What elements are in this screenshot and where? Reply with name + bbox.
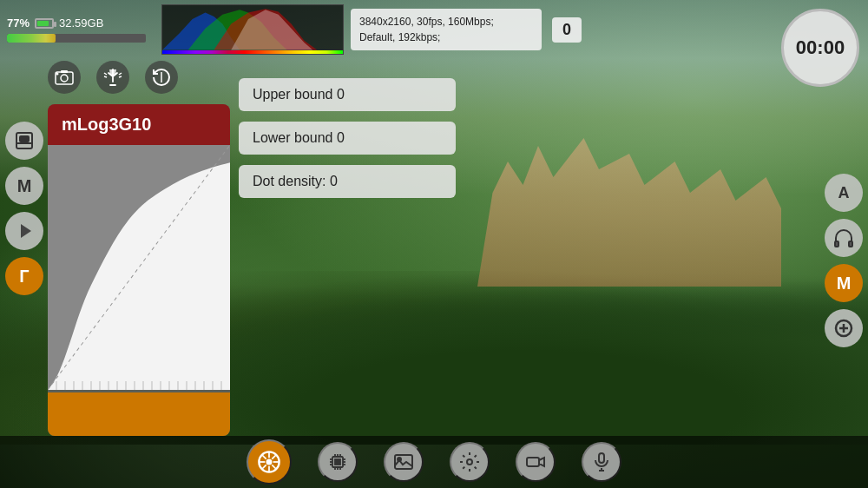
upper-bound-label: Upper bound 0 [253, 87, 345, 102]
rotate-svg [151, 67, 172, 88]
status-left: 77% 32.59GB [7, 16, 155, 43]
lower-bound-box[interactable]: Lower bound 0 [239, 122, 456, 155]
histogram-canvas [162, 5, 343, 50]
settings-icon [459, 452, 480, 472]
m-right-label: M [837, 274, 852, 293]
panel-header: mLog3G10 [48, 104, 230, 145]
svg-line-9 [104, 73, 107, 75]
battery-icon [35, 18, 54, 29]
svg-line-10 [119, 76, 122, 77]
svg-rect-40 [849, 241, 852, 247]
svg-point-5 [61, 75, 68, 82]
svg-rect-36 [20, 136, 29, 142]
histogram-area [161, 4, 344, 55]
svg-line-8 [104, 76, 107, 77]
svg-point-69 [398, 458, 401, 461]
a-label: A [838, 184, 850, 202]
battery-row: 77% 32.59GB [7, 16, 155, 30]
cpu-button[interactable] [318, 442, 358, 482]
svg-line-50 [262, 455, 266, 459]
rotate-icon-btn[interactable] [145, 61, 178, 94]
frame-counter: 0 [552, 17, 582, 43]
inbox-icon [14, 130, 35, 151]
cpu-icon [327, 452, 348, 472]
video-info-line2: Default, 192kbps; [359, 30, 533, 45]
plus-circle-button[interactable] [825, 309, 863, 347]
overlay-panels: Upper bound 0 Lower bound 0 Dot density:… [239, 78, 456, 198]
lower-bound-label: Lower bound 0 [253, 130, 345, 145]
panel-body [48, 145, 230, 390]
headphone-icon [833, 228, 854, 248]
camera-mode-icon[interactable] [48, 61, 81, 94]
top-icons-row [48, 61, 178, 94]
panel-footer [48, 392, 230, 436]
timer-circle: 00:00 [781, 9, 859, 87]
video-info-box: 3840x2160, 30fps, 160Mbps; Default, 192k… [351, 9, 542, 50]
torch-icon-btn[interactable] [96, 61, 129, 94]
m-left-button[interactable]: M [5, 167, 43, 205]
panel-title: mLog3G10 [62, 115, 151, 134]
left-buttons: M Г [5, 122, 43, 295]
gallery-icon [393, 452, 414, 472]
svg-rect-55 [335, 459, 340, 465]
play-button[interactable] [5, 212, 43, 250]
svg-point-70 [467, 459, 472, 465]
battery-percent: 77% [7, 16, 30, 30]
svg-line-53 [262, 465, 266, 469]
waveform-svg [48, 145, 230, 390]
storage-progress-bar [7, 34, 146, 43]
svg-line-51 [272, 465, 276, 469]
svg-line-52 [272, 455, 276, 459]
svg-point-45 [266, 459, 273, 465]
torch-svg [102, 67, 123, 88]
gallery-button[interactable] [384, 442, 424, 482]
svg-rect-6 [61, 70, 68, 73]
settings-button[interactable] [450, 442, 490, 482]
bottom-bar [0, 436, 868, 488]
play-icon [14, 221, 35, 241]
shutter-button[interactable] [247, 439, 292, 485]
microphone-button[interactable] [582, 442, 621, 482]
m-left-label: M [17, 176, 32, 196]
inbox-button[interactable] [5, 122, 43, 160]
gamma-label: Г [19, 267, 29, 287]
video-info-line1: 3840x2160, 30fps, 160Mbps; [359, 14, 533, 30]
plus-circle-icon [833, 318, 854, 339]
gamma-button[interactable]: Г [5, 257, 43, 295]
battery-fill [37, 21, 49, 26]
a-button[interactable]: A [825, 174, 863, 212]
top-bar: 77% 32.59GB 3840x [0, 0, 868, 59]
histogram-color-strip [162, 50, 343, 54]
aperture-icon [257, 450, 281, 474]
histogram-svg [162, 5, 343, 50]
waveform-shape [48, 145, 230, 390]
video-camera-icon [525, 452, 546, 472]
dot-density-box[interactable]: Dot density: 0 [239, 165, 456, 198]
panel-card: mLog3G10 [48, 104, 230, 436]
svg-marker-38 [21, 224, 31, 238]
svg-point-7 [56, 73, 59, 76]
progress-bar-fill [7, 34, 56, 43]
upper-bound-box[interactable]: Upper bound 0 [239, 78, 456, 111]
headphone-button[interactable] [825, 219, 863, 257]
dot-density-label: Dot density: 0 [253, 174, 338, 188]
m-right-button[interactable]: M [825, 264, 863, 302]
svg-line-11 [119, 73, 122, 75]
microphone-icon [591, 452, 612, 472]
camera-svg [54, 67, 75, 88]
svg-rect-71 [527, 458, 539, 466]
right-buttons: A M [825, 174, 863, 347]
svg-rect-39 [835, 241, 838, 247]
video-camera-button[interactable] [516, 442, 556, 482]
svg-rect-72 [599, 453, 604, 463]
storage-text: 32.59GB [59, 16, 103, 30]
